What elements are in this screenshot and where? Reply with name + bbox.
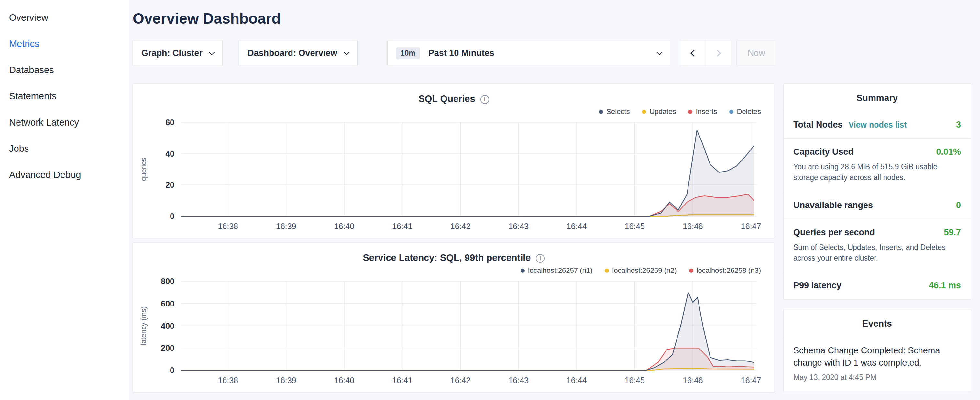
time-step-buttons <box>680 40 731 66</box>
svg-text:latency (ms): latency (ms) <box>140 306 148 345</box>
svg-text:16:46: 16:46 <box>682 376 703 385</box>
svg-text:60: 60 <box>165 118 174 127</box>
sidebar-item-statements[interactable]: Statements <box>9 83 129 109</box>
sql-queries-chart[interactable]: 020406016:3816:3916:4016:4116:4216:4316:… <box>133 116 775 234</box>
summary-row-p99-latency: P99 latency 46.1 ms <box>784 272 970 299</box>
summary-value: 46.1 ms <box>929 280 961 291</box>
info-icon[interactable]: i <box>480 95 489 104</box>
svg-text:16:47: 16:47 <box>741 222 761 231</box>
chart-legend: localhost:26257 (n1)localhost:26259 (n2)… <box>133 263 775 275</box>
svg-text:16:38: 16:38 <box>218 222 238 231</box>
chevron-left-icon <box>690 49 697 56</box>
summary-label: Total Nodes <box>793 120 843 130</box>
view-nodes-list-link[interactable]: View nodes list <box>849 120 907 129</box>
dashboard-content: SQL Queriesi SelectsUpdatesInsertsDelete… <box>133 83 970 397</box>
sidebar-item-overview[interactable]: Overview <box>9 5 129 31</box>
svg-text:0: 0 <box>170 366 174 375</box>
sidebar-item-databases[interactable]: Databases <box>9 57 129 83</box>
svg-text:queries: queries <box>140 158 148 181</box>
svg-text:16:47: 16:47 <box>741 376 761 385</box>
svg-text:16:46: 16:46 <box>682 222 703 231</box>
svg-text:16:38: 16:38 <box>218 376 238 385</box>
legend-item[interactable]: Inserts <box>688 107 717 116</box>
sidebar-item-jobs[interactable]: Jobs <box>9 135 129 162</box>
chevron-down-icon <box>209 49 215 55</box>
summary-label: Unavailable ranges <box>793 200 873 210</box>
chart-legend: SelectsUpdatesInsertsDeletes <box>133 104 775 116</box>
summary-row-total-nodes: Total Nodes View nodes list 3 <box>784 112 970 139</box>
svg-text:16:41: 16:41 <box>392 376 412 385</box>
summary-row-unavailable-ranges: Unavailable ranges 0 <box>784 192 970 219</box>
svg-text:16:39: 16:39 <box>276 222 296 231</box>
page-title: Overview Dashboard <box>133 10 970 27</box>
summary-label: Queries per second <box>793 228 875 237</box>
legend-dot-icon <box>642 110 646 114</box>
charts-column: SQL Queriesi SelectsUpdatesInsertsDelete… <box>133 83 775 397</box>
events-panel: Events Schema Change Completed: Schema c… <box>783 309 971 392</box>
dashboard-dropdown-label: Dashboard: Overview <box>248 48 337 58</box>
svg-text:16:45: 16:45 <box>625 376 645 385</box>
summary-panel: Summary Total Nodes View nodes list 3 Ca… <box>783 83 971 300</box>
summary-value: 0.01% <box>936 147 961 157</box>
time-range-dropdown[interactable]: 10m Past 10 Minutes <box>387 40 670 66</box>
time-range-badge: 10m <box>396 47 420 59</box>
svg-text:40: 40 <box>165 149 174 158</box>
svg-text:16:44: 16:44 <box>566 376 587 385</box>
graph-dropdown-label: Graph: Cluster <box>142 48 202 58</box>
svg-text:16:45: 16:45 <box>625 222 645 231</box>
summary-label: Capacity Used <box>793 147 853 157</box>
event-list-item[interactable]: Schema Change Completed: Schema change w… <box>784 337 970 392</box>
sql-queries-chart-card: SQL Queriesi SelectsUpdatesInsertsDelete… <box>133 83 775 238</box>
service-latency-chart[interactable]: 020040060080016:3816:3916:4016:4116:4216… <box>133 275 775 388</box>
svg-text:16:41: 16:41 <box>392 222 412 231</box>
legend-dot-icon <box>599 110 603 114</box>
legend-dot-icon <box>729 110 733 114</box>
dashboard-dropdown[interactable]: Dashboard: Overview <box>239 40 358 66</box>
legend-item[interactable]: localhost:26257 (n1) <box>520 266 592 275</box>
summary-value: 3 <box>956 120 961 130</box>
svg-text:16:43: 16:43 <box>508 376 529 385</box>
svg-text:600: 600 <box>161 299 174 308</box>
svg-text:400: 400 <box>161 321 174 330</box>
sidebar-item-network-latency[interactable]: Network Latency <box>9 109 129 135</box>
time-back-button[interactable] <box>680 40 706 66</box>
legend-item[interactable]: localhost:26259 (n2) <box>605 266 676 275</box>
svg-text:16:42: 16:42 <box>450 222 471 231</box>
main-content: Overview Dashboard Graph: Cluster Dashbo… <box>129 0 980 400</box>
summary-value: 0 <box>956 200 961 210</box>
summary-row-capacity-used: Capacity Used 0.01% You are using 28.6 M… <box>784 139 970 192</box>
chevron-down-icon <box>344 49 349 55</box>
summary-value: 59.7 <box>944 228 961 237</box>
legend-item[interactable]: localhost:26258 (n3) <box>689 266 761 275</box>
legend-item[interactable]: Updates <box>642 107 676 116</box>
legend-dot-icon <box>688 110 692 114</box>
svg-text:800: 800 <box>161 277 174 286</box>
time-forward-button[interactable] <box>706 40 731 66</box>
sidebar-item-metrics[interactable]: Metrics <box>9 31 129 57</box>
graph-dropdown[interactable]: Graph: Cluster <box>133 40 223 66</box>
events-title: Events <box>784 309 970 337</box>
sidebar-item-advanced-debug[interactable]: Advanced Debug <box>9 162 129 188</box>
side-column: Summary Total Nodes View nodes list 3 Ca… <box>783 83 971 397</box>
chart-header: SQL Queriesi <box>133 84 775 104</box>
summary-row-queries-per-second: Queries per second 59.7 Sum of Selects, … <box>784 219 970 273</box>
time-range-label: Past 10 Minutes <box>428 48 494 58</box>
chevron-right-icon <box>714 49 721 56</box>
info-icon[interactable]: i <box>536 254 544 263</box>
svg-text:16:39: 16:39 <box>276 376 296 385</box>
sidebar: Overview Metrics Databases Statements Ne… <box>0 0 129 400</box>
legend-item[interactable]: Deletes <box>729 107 761 116</box>
summary-description: Sum of Selects, Updates, Inserts, and De… <box>793 242 961 264</box>
now-button[interactable]: Now <box>737 40 776 66</box>
svg-text:16:40: 16:40 <box>334 376 355 385</box>
legend-dot-icon <box>520 269 525 273</box>
legend-dot-icon <box>605 269 609 273</box>
legend-dot-icon <box>689 269 694 273</box>
summary-label: P99 latency <box>793 280 842 291</box>
service-latency-chart-card: Service Latency: SQL, 99th percentilei l… <box>133 242 775 392</box>
legend-item[interactable]: Selects <box>599 107 630 116</box>
svg-text:0: 0 <box>170 212 174 221</box>
event-timestamp: May 13, 2020 at 4:45 PM <box>793 373 961 382</box>
svg-text:20: 20 <box>165 180 174 189</box>
svg-text:16:43: 16:43 <box>508 222 529 231</box>
